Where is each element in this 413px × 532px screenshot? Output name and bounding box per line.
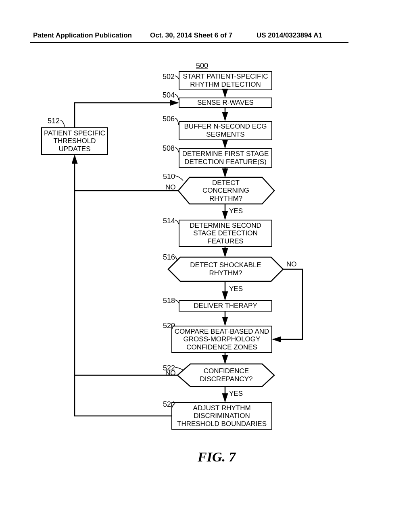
header-divider <box>30 42 348 43</box>
label-yes-516: YES <box>229 285 243 293</box>
label-yes-522: YES <box>229 390 243 398</box>
label-no-510: NO <box>165 183 176 191</box>
box-514-secondstage: DETERMINE SECOND STAGE DETECTION FEATURE… <box>179 220 272 247</box>
box-502-start: START PATIENT-SPECIFIC RHYTHM DETECTION <box>179 71 272 90</box>
label-no-516: NO <box>286 260 297 268</box>
ref-510: 510 <box>163 172 175 181</box>
header-center: Oct. 30, 2014 Sheet 6 of 7 <box>150 31 232 39</box>
box-504-sense: SENSE R-WAVES <box>179 98 272 108</box>
header-left: Patent Application Publication <box>33 31 132 39</box>
label-yes-510: YES <box>229 207 243 215</box>
label-no-522: NO <box>165 369 176 377</box>
ref-500: 500 <box>196 62 208 70</box>
box-524-adjust: ADJUST RHYTHM DISCRIMINATION THRESHOLD B… <box>171 402 272 430</box>
diamond-522-discrepancy: CONFIDENCE DISCREPANCY? <box>190 364 262 387</box>
box-508-firststage: DETERMINE FIRST STAGE DETECTION FEATURE(… <box>179 148 272 168</box>
header-right: US 2014/0323894 A1 <box>257 31 322 39</box>
box-506-buffer: BUFFER N-SECOND ECG SEGMENTS <box>179 121 272 140</box>
diamond-516-shockable: DETECT SHOCKABLE RHYTHM? <box>180 257 271 281</box>
ref-502: 502 <box>163 73 175 81</box>
ref-508: 508 <box>163 144 175 153</box>
box-518-deliver: DELIVER THERAPY <box>179 300 272 312</box>
ref-504: 504 <box>163 91 175 100</box>
ref-506: 506 <box>163 115 175 123</box>
box-520-compare: COMPARE BEAT-BASED AND GROSS-MORPHOLOGY … <box>171 326 272 353</box>
ref-514: 514 <box>163 217 175 225</box>
diamond-510-concerning: DETECT CONCERNING RHYTHM? <box>190 177 262 204</box>
box-512-updates: PATIENT SPECIFIC THRESHOLD UPDATES <box>41 127 108 155</box>
ref-512: 512 <box>48 117 60 125</box>
figure-label: FIG. 7 <box>198 449 236 465</box>
ref-518: 518 <box>163 297 175 305</box>
ref-516: 516 <box>163 253 175 262</box>
